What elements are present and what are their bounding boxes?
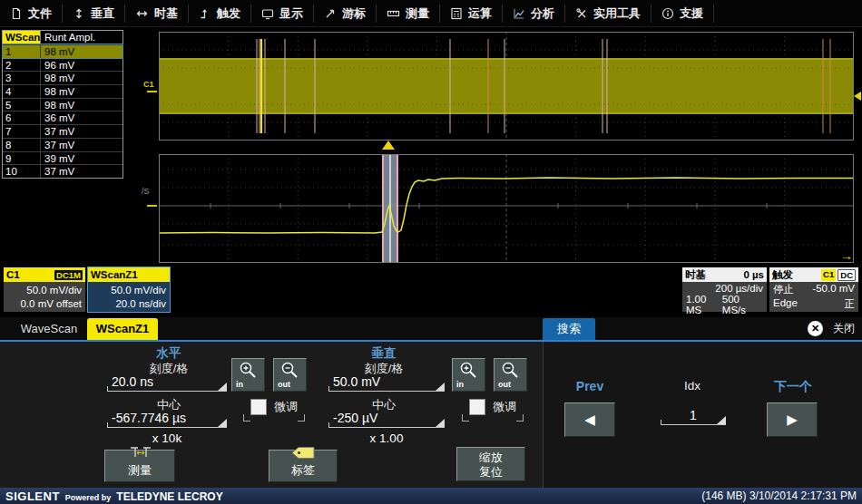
menu-measure[interactable]: 测量: [377, 5, 440, 23]
c1-descriptor[interactable]: C1 DC1M 50.0 mV/div 0.0 mV offset: [4, 267, 85, 312]
menu-cursors[interactable]: 游标: [314, 5, 377, 23]
menu-display[interactable]: 显示: [251, 5, 314, 23]
table-row[interactable]: 498 mV: [3, 84, 122, 98]
table-row[interactable]: 296 mV: [3, 58, 122, 72]
trigger-coupling-badge: DC: [838, 269, 856, 281]
close-icon[interactable]: ✕: [808, 321, 823, 336]
tag-icon: [289, 445, 317, 460]
menu-trigger-label: 触发: [217, 5, 240, 22]
vfine-group: 微调: [462, 399, 524, 422]
vertical-section-title: 垂直: [322, 345, 446, 362]
zoom-waveform-grid[interactable]: [159, 154, 854, 263]
row-idx: 5: [3, 99, 40, 111]
table-row[interactable]: 837 mV: [3, 138, 122, 151]
timebase-title: 时基: [685, 267, 706, 282]
row-value: 37 mV: [40, 139, 122, 151]
math-icon: [450, 7, 463, 20]
tab-wavescan[interactable]: WaveScan: [9, 318, 89, 340]
wscanz1-descriptor[interactable]: WScanZ1 50.0 mV/div 20.0 ns/div: [88, 267, 170, 312]
menu-timebase[interactable]: 时基: [125, 5, 189, 23]
table-row[interactable]: 636 mV: [3, 111, 122, 124]
menu-vertical[interactable]: 垂直: [63, 5, 125, 23]
hfine-checkbox[interactable]: [250, 399, 267, 415]
vcenter-field[interactable]: -250 µV: [328, 411, 445, 428]
row-idx: 6: [3, 111, 40, 124]
menu-file[interactable]: 文件: [0, 5, 63, 23]
menu-math[interactable]: 运算: [440, 5, 503, 23]
wavescan-dialog: WaveScan WScanZ1 搜索 ✕ 关闭 水平 刻度/格 20.0 ns…: [0, 317, 862, 488]
timebase-descriptor[interactable]: 时基 0 µs 200 µs/div 1.00 MS 500 MS/s: [682, 267, 767, 312]
c1-coupling-badge: DC1M: [54, 270, 83, 280]
timebase-icon: [135, 7, 149, 20]
status-bar: SIGLENT Powered by TELEDYNE LECROY (146 …: [0, 488, 862, 504]
label-button-label: 标签: [269, 462, 337, 479]
menu-support-label: 支援: [680, 5, 703, 22]
next-label: 下一个: [760, 379, 826, 395]
row-value: 36 mV: [40, 111, 122, 124]
row-idx: 4: [3, 85, 40, 98]
cursor-icon: [324, 7, 337, 20]
vscale-field[interactable]: 50.0 mV: [328, 374, 445, 392]
label-button[interactable]: 标签: [269, 450, 338, 482]
idx-label: Idx: [661, 379, 724, 393]
hscale-value: 20.0 ns: [112, 374, 153, 389]
vzoom-in-button[interactable]: in: [452, 358, 485, 392]
trigger-level-marker[interactable]: [854, 92, 861, 101]
siglent-logo: SIGLENT: [5, 489, 60, 503]
menu-support[interactable]: 支援: [651, 5, 714, 23]
measure-icon: [387, 7, 400, 20]
zoom-reset-line2: 复位: [479, 465, 503, 479]
menu-vertical-label: 垂直: [91, 5, 114, 22]
menu-timebase-label: 时基: [154, 5, 178, 22]
c1-overview-waveform: [159, 32, 854, 141]
row-idx: 9: [3, 152, 40, 165]
measure-button[interactable]: 测量: [104, 450, 175, 482]
hcenter-field[interactable]: -567.7746 µs: [107, 411, 227, 428]
table-row[interactable]: 198 mV: [3, 44, 122, 58]
col-header-runt-ampl: Runt Ampl.: [40, 31, 122, 44]
table-row[interactable]: 939 mV: [3, 151, 122, 165]
hzoom-out-label: out: [278, 380, 290, 389]
trigger-title: 触发: [772, 267, 793, 282]
hmult-label: x 10k: [107, 431, 227, 445]
table-row[interactable]: 598 mV: [3, 98, 122, 111]
hzoom-in-button[interactable]: in: [231, 358, 265, 392]
row-idx: 2: [3, 59, 40, 72]
next-event-button[interactable]: ▶: [767, 402, 818, 437]
hzoom-out-button[interactable]: out: [273, 358, 307, 392]
menu-math-label: 运算: [468, 5, 492, 22]
trigger-position-marker[interactable]: [382, 141, 395, 150]
hscale-field[interactable]: 20.0 ns: [107, 374, 227, 392]
table-row[interactable]: 1037 mV: [3, 164, 122, 178]
analysis-icon: [513, 7, 525, 20]
menu-cursors-label: 游标: [342, 5, 366, 22]
tab-search[interactable]: 搜索: [543, 318, 595, 340]
menu-utilities-label: 实用工具: [593, 5, 641, 22]
vcenter-value: -250 µV: [333, 411, 377, 425]
row-value: 37 mV: [40, 165, 122, 178]
table-row[interactable]: 737 mV: [3, 124, 122, 138]
utilities-icon: [575, 7, 588, 20]
menu-analysis[interactable]: 分析: [503, 5, 565, 23]
vfine-checkbox[interactable]: [469, 399, 485, 415]
vzoom-out-button[interactable]: out: [494, 358, 527, 392]
table-row[interactable]: 398 mV: [3, 71, 122, 84]
c1-descriptor-title: C1: [6, 267, 20, 282]
wscanz1-tdiv: 20.0 ns/div: [92, 298, 166, 309]
col-header-wscan: WScan: [3, 31, 40, 44]
prev-event-button[interactable]: ◀: [564, 402, 615, 437]
menu-trigger[interactable]: 触发: [189, 5, 251, 23]
vzoom-in-label: in: [456, 380, 464, 389]
zoom-reset-button[interactable]: 缩放 复位: [456, 447, 525, 481]
trigger-descriptor[interactable]: 触发 C1 DC 停止 -50.0 mV Edge 正: [769, 267, 858, 312]
table-header: WScan Runt Ampl.: [3, 31, 122, 44]
row-value: 98 mV: [40, 45, 122, 58]
menu-utilities[interactable]: 实用工具: [565, 5, 651, 23]
hcenter-value: -567.7746 µs: [112, 411, 186, 425]
zoom-trace-label: /S: [142, 187, 150, 196]
tab-wscanz1[interactable]: WScanZ1: [87, 318, 158, 340]
wscanz1-zoom-waveform: [159, 154, 854, 263]
close-button[interactable]: 关闭: [833, 321, 855, 336]
main-waveform-grid[interactable]: [159, 32, 854, 141]
idx-field[interactable]: 1: [661, 408, 726, 425]
